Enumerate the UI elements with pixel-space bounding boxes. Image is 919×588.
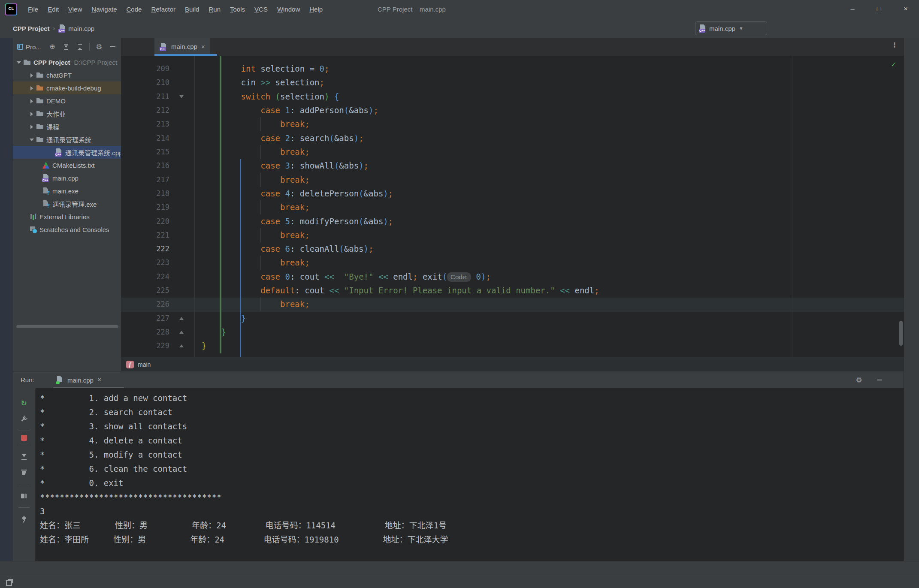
run-configuration-selector[interactable]: main.cpp ▼ xyxy=(695,21,767,35)
menu-bar: FileEditViewNavigateCodeRefactorBuildRun… xyxy=(23,0,327,19)
chevron-closed-icon[interactable] xyxy=(29,98,34,103)
tree-item-external-libraries[interactable]: External Libraries xyxy=(13,210,121,223)
menu-view[interactable]: View xyxy=(63,0,87,19)
tree-item-cmake-build-debug[interactable]: cmake-build-debug xyxy=(13,81,121,94)
tree-item-cmakelists-txt[interactable]: CMakeLists.txt xyxy=(13,159,121,172)
scroll-to-end-icon[interactable] xyxy=(20,453,28,461)
expand-all-icon[interactable] xyxy=(62,43,70,51)
menu-tools[interactable]: Tools xyxy=(225,0,250,19)
tree-item-大作业[interactable]: 大作业 xyxy=(13,107,121,120)
menu-navigate[interactable]: Navigate xyxy=(87,0,121,19)
folder-icon xyxy=(36,71,44,79)
code-line-227: 227 } xyxy=(121,311,904,326)
cpp-file-icon xyxy=(160,43,167,51)
tree-item-demo[interactable]: DEMO xyxy=(13,94,121,107)
left-tool-strip xyxy=(0,38,13,561)
hide-run-panel-icon[interactable] xyxy=(876,376,883,384)
code-line-212: 212 case 1: addPerson(&abs); xyxy=(121,103,904,118)
title-bar: CL FileEditViewNavigateCodeRefactorBuild… xyxy=(0,0,919,19)
menu-vcs[interactable]: VCS xyxy=(250,0,272,19)
locate-file-icon[interactable] xyxy=(48,43,56,51)
tree-item-通讯录管理系统-cpp[interactable]: 通讯录管理系统.cpp xyxy=(13,146,121,159)
breadcrumb: CPP Project › main.cpp xyxy=(13,19,94,38)
code-text: break; xyxy=(202,173,310,187)
chevron-closed-icon[interactable] xyxy=(29,124,34,129)
menu-edit[interactable]: Edit xyxy=(43,0,63,19)
tree-item-通讯录管理-exe[interactable]: 通讯录管理.exe xyxy=(13,197,121,210)
menu-code[interactable]: Code xyxy=(122,0,147,19)
chevron-closed-icon[interactable] xyxy=(29,85,34,90)
breadcrumb-file[interactable]: main.cpp xyxy=(68,25,94,32)
menu-window[interactable]: Window xyxy=(272,0,305,19)
line-number: 228 xyxy=(129,325,169,339)
chevron-open-icon[interactable] xyxy=(16,60,21,65)
project-horizontal-scrollbar[interactable] xyxy=(16,325,118,328)
minimize-button[interactable]: – xyxy=(839,0,866,19)
tree-item-cpp-project[interactable]: CPP ProjectD:\CPP Project xyxy=(13,56,121,69)
tree-item-label: Scratches and Consoles xyxy=(39,226,109,233)
tree-item-通讯录管理系统[interactable]: 通讯录管理系统 xyxy=(13,133,121,146)
menu-build[interactable]: Build xyxy=(180,0,204,19)
fold-marker-icon[interactable] xyxy=(179,329,184,334)
code-line-229: 229} xyxy=(121,339,904,353)
inspections-ok-icon[interactable] xyxy=(890,61,898,69)
line-number: 212 xyxy=(129,103,169,118)
stop-process-icon[interactable] xyxy=(21,435,27,441)
tool-window-layout-icon[interactable] xyxy=(5,578,13,586)
tree-item-scratches-and-consoles[interactable]: Scratches and Consoles xyxy=(13,223,121,236)
console-line: * 4. delete a contact xyxy=(36,434,904,448)
close-run-tab-icon[interactable]: × xyxy=(97,376,101,384)
fold-marker-icon[interactable] xyxy=(179,95,184,100)
fold-marker-icon[interactable] xyxy=(179,342,184,347)
hide-panel-icon[interactable] xyxy=(109,43,117,51)
clear-console-icon[interactable] xyxy=(20,468,28,476)
code-text: case 3: showAll(&abs); xyxy=(202,159,369,173)
chevron-closed-icon[interactable] xyxy=(29,72,34,78)
menu-help[interactable]: Help xyxy=(305,0,327,19)
chevron-closed-icon[interactable] xyxy=(29,111,34,116)
cpp-file-icon xyxy=(699,24,707,32)
tree-item-课程[interactable]: 课程 xyxy=(13,120,121,133)
line-number: 214 xyxy=(129,131,169,145)
chevron-open-icon[interactable] xyxy=(29,137,34,142)
rerun-icon[interactable] xyxy=(20,400,28,407)
console-line: * 2. search contact xyxy=(36,405,904,419)
close-button[interactable]: × xyxy=(892,0,919,19)
tree-item-chatgpt[interactable]: chatGPT xyxy=(13,69,121,81)
breadcrumb-project[interactable]: CPP Project xyxy=(13,25,50,32)
run-tab-main-cpp[interactable]: main.cpp × xyxy=(56,371,101,389)
tree-item-main-cpp[interactable]: main.cpp xyxy=(13,172,121,184)
console-settings-icon[interactable] xyxy=(20,415,28,423)
editor-options-icon[interactable] xyxy=(891,41,898,49)
indent-guide xyxy=(260,228,261,242)
code-editor[interactable]: 209 int selection = 0;210 cin >> selecti… xyxy=(121,56,904,357)
code-text: break; xyxy=(202,200,310,214)
fold-marker-icon[interactable] xyxy=(179,315,184,320)
maximize-button[interactable]: □ xyxy=(866,0,892,19)
code-text: } xyxy=(202,311,246,326)
pin-tab-icon[interactable] xyxy=(20,516,28,523)
editor-scrollbar[interactable] xyxy=(899,321,903,346)
run-console-output[interactable]: * 1. add a new contact* 2. search contac… xyxy=(36,388,904,561)
panel-options-icon[interactable] xyxy=(95,43,103,51)
project-panel: Pro... CPP ProjectD:\CPP ProjectchatGPTc… xyxy=(13,38,121,371)
tree-item-label: 通讯录管理.exe xyxy=(52,199,97,208)
line-number: 217 xyxy=(129,173,169,187)
restore-layout-icon[interactable] xyxy=(20,492,28,500)
run-panel-settings-icon[interactable] xyxy=(855,376,863,384)
tree-item-label: CMakeLists.txt xyxy=(52,162,94,169)
tab-label: main.cpp xyxy=(171,43,197,50)
console-line: 3 xyxy=(36,504,904,519)
breadcrumb-function[interactable]: main xyxy=(138,361,151,368)
navigation-bar xyxy=(0,19,919,38)
menu-file[interactable]: File xyxy=(23,0,43,19)
collapse-all-icon[interactable] xyxy=(76,43,84,51)
tree-item-main-exe[interactable]: main.exe xyxy=(13,184,121,197)
menu-run[interactable]: Run xyxy=(204,0,225,19)
close-tab-icon[interactable]: × xyxy=(201,43,205,50)
indent-guide xyxy=(260,173,261,187)
code-line-218: 218 case 4: deletePerson(&abs); xyxy=(121,187,904,201)
menu-refactor[interactable]: Refactor xyxy=(146,0,180,19)
project-panel-title[interactable]: Pro... xyxy=(26,43,41,51)
editor-tab-main-cpp[interactable]: main.cpp × xyxy=(154,38,210,55)
